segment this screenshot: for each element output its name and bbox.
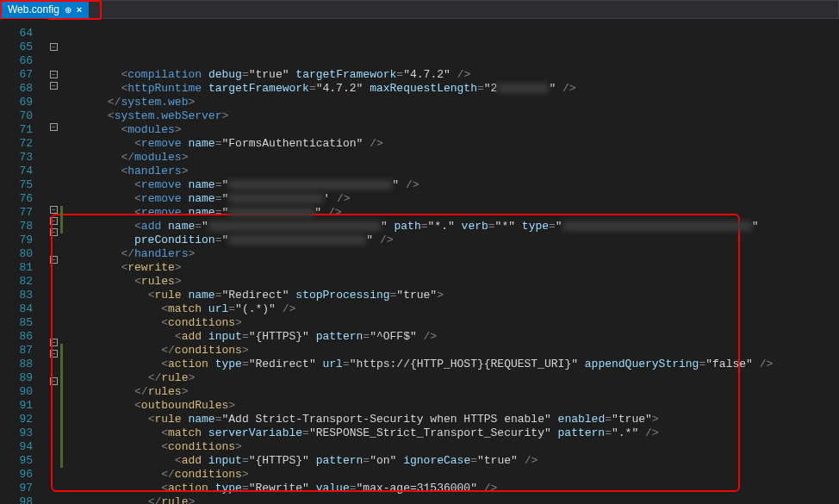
line-number: 73 <box>0 151 33 165</box>
code-editor[interactable]: 6465666768697071727374757677787980818283… <box>0 19 839 503</box>
code-area[interactable]: <compilation debug="true" targetFramewor… <box>48 19 839 503</box>
code-line[interactable]: </rule> <box>67 371 839 385</box>
code-line[interactable]: <rewrite> <box>67 261 839 275</box>
code-line[interactable]: <conditions> <box>67 316 839 330</box>
code-line[interactable]: </modules> <box>67 151 839 165</box>
line-number: 65 <box>0 40 33 54</box>
pin-icon[interactable]: ⊕ <box>65 5 71 15</box>
line-number: 93 <box>0 426 33 440</box>
change-marker <box>60 344 63 468</box>
code-line[interactable]: <system.webServer> <box>67 109 839 123</box>
line-number: 87 <box>0 344 33 358</box>
code-line[interactable]: <add input="{HTTPS}" pattern="^OFF$" /> <box>67 330 839 344</box>
tab-web-config[interactable]: Web.config ⊕ × <box>1 1 89 18</box>
code-line[interactable]: <action type="Rewrite" value="max-age=31… <box>67 482 839 495</box>
code-line[interactable]: <match serverVariable="RESPONSE_Strict_T… <box>67 426 839 440</box>
line-number: 85 <box>0 316 33 330</box>
line-number: 90 <box>0 385 33 399</box>
line-number: 72 <box>0 137 33 151</box>
line-number: 64 <box>0 27 33 40</box>
code-line[interactable]: <rule name="Add Strict-Transport-Securit… <box>67 413 839 426</box>
code-line[interactable]: <rules> <box>67 275 839 289</box>
line-number: 94 <box>0 440 33 454</box>
line-number: 96 <box>0 468 33 482</box>
line-number: 84 <box>0 302 33 316</box>
code-line[interactable]: <compilation debug="true" targetFramewor… <box>67 68 839 82</box>
code-line[interactable]: <remove name="x" /> <box>67 206 839 220</box>
code-line[interactable]: <rule name="Redirect" stopProcessing="tr… <box>67 289 839 302</box>
line-number: 89 <box>0 371 33 385</box>
line-number: 83 <box>0 289 33 302</box>
redacted-text: x <box>208 221 381 231</box>
redacted-text: x <box>228 208 314 217</box>
line-number: 86 <box>0 330 33 344</box>
code-line[interactable]: <remove name="x' /> <box>67 192 839 206</box>
code-line[interactable]: preCondition="x" /> <box>67 233 839 247</box>
line-number: 78 <box>0 220 33 233</box>
line-number: 70 <box>0 109 33 123</box>
code-line[interactable]: </conditions> <box>67 344 839 358</box>
line-number-gutter: 6465666768697071727374757677787980818283… <box>0 19 48 503</box>
line-number: 69 <box>0 96 33 109</box>
redacted-text: x <box>228 180 392 190</box>
line-number: 68 <box>0 82 33 96</box>
change-marker <box>60 206 63 233</box>
line-number: 74 <box>0 165 33 178</box>
line-number: 76 <box>0 192 33 206</box>
redacted-text: x <box>562 221 752 231</box>
code-line[interactable]: <handlers> <box>67 165 839 178</box>
line-number: 71 <box>0 123 33 137</box>
code-line[interactable]: </conditions> <box>67 468 839 482</box>
line-number: 77 <box>0 206 33 220</box>
line-number: 92 <box>0 413 33 426</box>
redacted-text: x <box>497 84 549 93</box>
redacted-text: x <box>228 235 366 245</box>
code-line[interactable]: </rule> <box>67 495 839 504</box>
line-number: 80 <box>0 247 33 261</box>
tab-label: Web.config <box>8 3 59 16</box>
code-line[interactable]: <remove name="FormsAuthentication" /> <box>67 137 839 151</box>
code-line[interactable]: <outboundRules> <box>67 399 839 413</box>
line-number: 66 <box>0 54 33 68</box>
line-number: 79 <box>0 233 33 247</box>
line-number: 97 <box>0 482 33 495</box>
code-line[interactable]: <action type="Redirect" url="https://{HT… <box>67 358 839 371</box>
code-line[interactable]: <add name="x" path="*." verb="*" type="x… <box>67 220 839 233</box>
close-icon[interactable]: × <box>77 4 82 15</box>
line-number: 95 <box>0 454 33 468</box>
code-line[interactable]: <httpRuntime targetFramework="4.7.2" max… <box>67 82 839 96</box>
redacted-text: x <box>228 194 323 203</box>
line-number: 75 <box>0 178 33 192</box>
tab-bar: Web.config ⊕ × <box>0 0 839 19</box>
line-number: 82 <box>0 275 33 289</box>
code-line[interactable]: <conditions> <box>67 440 839 454</box>
line-number: 81 <box>0 261 33 275</box>
code-line[interactable]: <match url="(.*)" /> <box>67 302 839 316</box>
code-line[interactable]: </handlers> <box>67 247 839 261</box>
code-line[interactable]: </rules> <box>67 385 839 399</box>
code-line[interactable]: </system.web> <box>67 96 839 109</box>
code-line[interactable]: <modules> <box>67 123 839 137</box>
line-number: 91 <box>0 399 33 413</box>
line-number: 67 <box>0 68 33 82</box>
code-line[interactable]: <remove name="x" /> <box>67 178 839 192</box>
code-line[interactable]: <add input="{HTTPS}" pattern="on" ignore… <box>67 454 839 468</box>
line-number: 88 <box>0 358 33 371</box>
line-number: 98 <box>0 495 33 504</box>
